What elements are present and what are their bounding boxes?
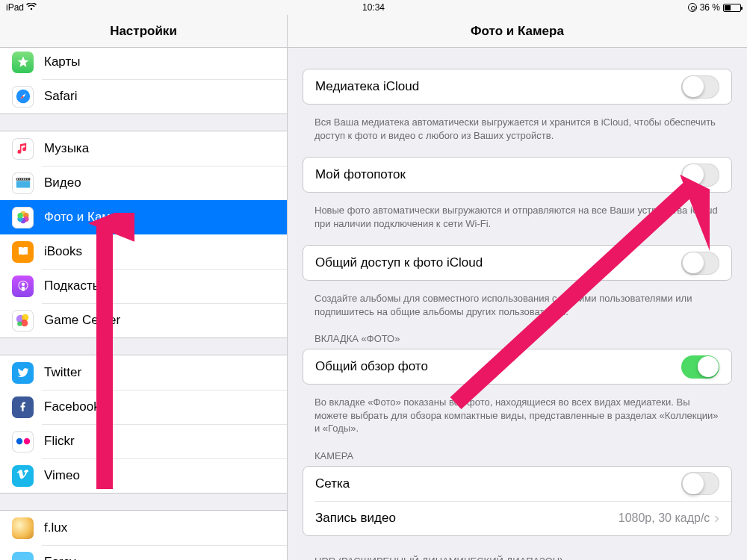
sidebar-item-label: Safari [44, 89, 275, 104]
settings-sidebar: Настройки Карты Safari Музыка [0, 15, 288, 560]
section-header-hdr: HDR (РАСШИРЕННЫЙ ДИНАМИЧЕСКИЙ ДИАПАЗОН) [288, 542, 747, 560]
battery-icon [723, 4, 741, 12]
photos-icon [12, 207, 34, 228]
toggle-icloud-library[interactable] [681, 75, 719, 99]
sidebar-item-game-center[interactable]: Game Center [0, 303, 287, 337]
wifi-icon [26, 2, 37, 13]
battery-percent: 36 % [700, 2, 720, 13]
section-header-photos-tab: ВКЛАДКА «ФОТО» [288, 333, 747, 349]
svg-rect-10 [27, 178, 28, 180]
sidebar-item-label: Подкасты [44, 279, 275, 293]
detail-panel: Фото и Камера Медиатека iCloud Вся Ваша … [288, 15, 747, 560]
row-icloud-library[interactable]: Медиатека iCloud [303, 69, 731, 104]
detail-title: Фото и Камера [288, 15, 747, 48]
section-header-camera: КАМЕРА [288, 450, 747, 466]
svg-point-17 [21, 283, 25, 287]
vimeo-icon [12, 465, 34, 487]
sidebar-item-twitter[interactable]: Twitter [0, 355, 287, 390]
maps-icon [12, 52, 34, 73]
sidebar-item-photos-camera[interactable]: Фото и Камера [0, 200, 287, 234]
row-icloud-sharing[interactable]: Общий доступ к фото iCloud [303, 246, 731, 280]
row-grid[interactable]: Сетка [303, 467, 731, 501]
svg-point-24 [23, 438, 29, 444]
safari-icon [12, 86, 34, 108]
row-label: Общий доступ к фото iCloud [315, 255, 681, 270]
sidebar-item-label: Карты [44, 55, 275, 69]
row-label: Сетка [315, 476, 681, 491]
chevron-right-icon: › [714, 509, 719, 526]
ibooks-icon [12, 241, 34, 263]
forcy-icon [12, 552, 34, 561]
status-right: 36 % [688, 2, 741, 13]
svg-rect-8 [23, 178, 24, 180]
flickr-icon [12, 431, 34, 452]
status-bar: iPad 10:34 36 % [0, 0, 747, 15]
orientation-lock-icon [688, 3, 697, 12]
video-icon [12, 172, 34, 194]
desc-photo-overview: Во вкладке «Фото» показаны все фото, нах… [288, 391, 747, 450]
sidebar-item-flux[interactable]: f.lux [0, 511, 287, 545]
svg-rect-3 [16, 181, 29, 187]
toggle-photo-overview[interactable] [681, 355, 719, 379]
svg-rect-9 [25, 178, 25, 180]
status-time: 10:34 [362, 2, 385, 13]
svg-rect-7 [21, 178, 22, 180]
sidebar-item-label: Музыка [44, 141, 275, 156]
sidebar-item-music[interactable]: Музыка [0, 131, 287, 166]
row-label: Запись видео [315, 511, 619, 526]
sidebar-item-forcy[interactable]: Forcy [0, 545, 287, 560]
sidebar-item-label: Фото и Камера [44, 210, 275, 225]
svg-point-16 [17, 213, 22, 218]
sidebar-item-video[interactable]: Видео [0, 166, 287, 200]
row-label: Общий обзор фото [315, 359, 681, 374]
sidebar-item-facebook[interactable]: Facebook [0, 390, 287, 424]
podcasts-icon [12, 276, 34, 297]
facebook-icon [12, 396, 34, 418]
desc-photo-stream: Новые фото автоматически выгружаются и о… [288, 199, 747, 245]
row-photo-overview[interactable]: Общий обзор фото [303, 349, 731, 384]
device-label: iPad [6, 2, 37, 13]
sidebar-item-label: f.lux [44, 520, 275, 535]
svg-point-21 [21, 320, 28, 326]
row-label: Медиатека iCloud [315, 79, 681, 94]
row-value: 1080p, 30 кадр/с [619, 511, 710, 525]
svg-point-23 [16, 438, 22, 444]
toggle-icloud-sharing[interactable] [681, 252, 719, 275]
sidebar-item-label: Facebook [44, 399, 275, 414]
sidebar-item-label: Flickr [44, 434, 275, 449]
svg-rect-5 [16, 178, 17, 180]
sidebar-item-label: Forcy [44, 555, 275, 560]
sidebar-item-maps[interactable]: Карты [0, 48, 287, 79]
toggle-photo-stream[interactable] [681, 164, 719, 187]
svg-point-22 [17, 321, 22, 326]
flux-icon [12, 517, 34, 539]
sidebar-item-label: Видео [44, 175, 275, 190]
row-photo-stream[interactable]: Мой фотопоток [303, 158, 731, 192]
sidebar-title: Настройки [0, 15, 287, 48]
sidebar-item-vimeo[interactable]: Vimeo [0, 458, 287, 493]
sidebar-item-flickr[interactable]: Flickr [0, 424, 287, 458]
desc-icloud-sharing: Создайте альбомы для совместного использ… [288, 287, 747, 333]
row-label: Мой фотопоток [315, 167, 681, 182]
music-icon [12, 138, 34, 160]
svg-rect-6 [19, 178, 19, 180]
row-record-video[interactable]: Запись видео 1080p, 30 кадр/с › [303, 501, 731, 535]
game-center-icon [12, 310, 34, 332]
sidebar-item-ibooks[interactable]: iBooks [0, 234, 287, 269]
sidebar-item-label: Game Center [44, 313, 275, 328]
sidebar-item-label: Twitter [44, 365, 275, 380]
sidebar-item-label: iBooks [44, 244, 275, 259]
toggle-grid[interactable] [681, 472, 719, 495]
sidebar-item-podcasts[interactable]: Подкасты [0, 269, 287, 303]
twitter-icon [12, 362, 34, 384]
sidebar-item-safari[interactable]: Safari [0, 79, 287, 113]
sidebar-item-label: Vimeo [44, 468, 275, 483]
desc-icloud-library: Вся Ваша медиатека автоматически выгружа… [288, 111, 747, 157]
